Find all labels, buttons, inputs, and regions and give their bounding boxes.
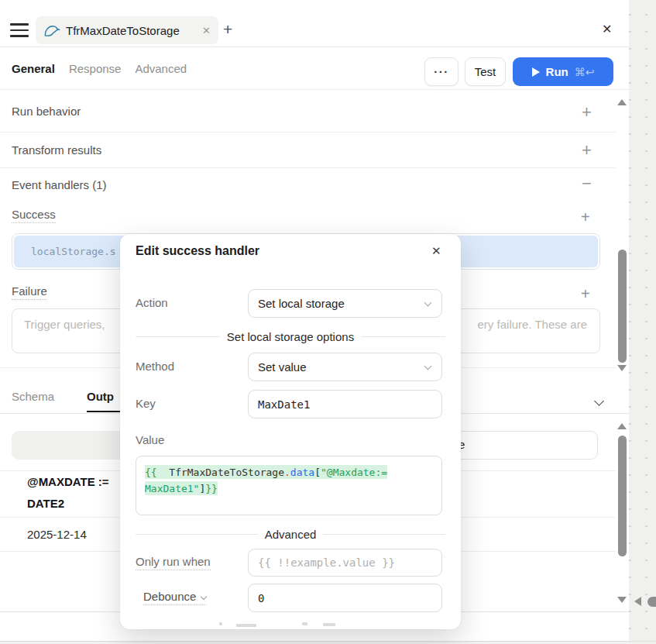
mysql-icon — [43, 23, 60, 38]
query-toolbar: General Response Advanced ··· Test Run ⌘… — [0, 47, 629, 90]
run-label: Run — [546, 65, 568, 78]
run-shortcut: ⌘↩ — [575, 66, 595, 78]
action-label: Action — [136, 296, 168, 309]
edit-success-handler-modal: Edit success handler ✕ Action Set local … — [120, 234, 461, 629]
scrollbar-up-arrow[interactable] — [617, 99, 627, 105]
clipped-text-fragment — [219, 622, 222, 625]
result-cell: 2025-12-14 — [27, 528, 87, 541]
collapse-icon[interactable]: − — [582, 175, 592, 192]
debounce-input[interactable]: 0 — [248, 584, 442, 612]
section-label: Event handlers (1) — [12, 178, 107, 191]
action-select[interactable]: Set local storage — [248, 289, 442, 318]
options-divider: Set local storage options — [136, 329, 445, 344]
code-line: {{ TfrMaxDateToStorage.data["@Maxdate:= — [145, 463, 433, 480]
modal-title: Edit success handler — [136, 244, 259, 258]
only-run-when-placeholder: {{ !!example.value }} — [258, 556, 395, 569]
scrollbar-thumb[interactable] — [618, 250, 627, 363]
advanced-divider-text: Advanced — [265, 528, 317, 541]
expand-icon[interactable]: + — [582, 104, 592, 121]
canvas-scrollbar-thumb[interactable] — [647, 597, 656, 607]
query-tab[interactable]: TfrMaxDateToStorage ✕ — [36, 16, 218, 44]
method-value: Set value — [258, 360, 307, 374]
tab-schema[interactable]: Schema — [12, 390, 54, 403]
only-run-when-label: Only run when — [136, 555, 211, 570]
result-column-header: DATE2 — [27, 497, 64, 510]
failure-label: Failure — [12, 284, 47, 300]
more-options-button[interactable]: ··· — [424, 57, 459, 86]
only-run-when-input[interactable]: {{ !!example.value }} — [248, 549, 442, 577]
result-column-header: @MAXDATE := — [27, 475, 109, 488]
debounce-value: 0 — [258, 592, 264, 604]
tab-close-icon[interactable]: ✕ — [202, 25, 211, 36]
chevron-down-icon — [424, 299, 432, 307]
top-bar: TfrMaxDateToStorage ✕ + ✕ — [0, 0, 629, 47]
test-button[interactable]: Test — [465, 57, 506, 86]
failure-placeholder-right: ery failure. These are — [478, 318, 587, 331]
chevron-down-icon — [201, 594, 207, 600]
run-button[interactable]: Run ⌘↩ — [513, 57, 613, 86]
scrollbar-down-arrow[interactable] — [617, 597, 627, 603]
section-transform-results: Transform results + — [0, 133, 616, 168]
key-input[interactable]: MaxDate1 — [248, 390, 442, 418]
debounce-label[interactable]: Debounce — [143, 590, 206, 605]
tab-general[interactable]: General — [12, 62, 55, 75]
value-label: Value — [136, 433, 164, 446]
collapse-panel-icon[interactable] — [596, 394, 603, 408]
scrollbar-up-arrow[interactable] — [617, 423, 627, 429]
scrollbar-down-arrow[interactable] — [617, 365, 627, 371]
add-failure-handler-icon[interactable]: + — [581, 286, 590, 301]
chevron-down-icon — [424, 363, 432, 370]
play-icon — [532, 67, 540, 77]
modal-close-icon[interactable]: ✕ — [431, 244, 441, 258]
failure-placeholder-left: Trigger queries, — [24, 318, 105, 331]
advanced-divider: Advanced — [136, 526, 445, 542]
expand-icon[interactable]: + — [582, 142, 592, 159]
menu-icon[interactable] — [9, 22, 29, 39]
tab-advanced[interactable]: Advanced — [135, 62, 187, 75]
value-code-editor[interactable]: {{ TfrMaxDateToStorage.data["@Maxdate:= … — [136, 456, 442, 515]
section-run-behavior: Run behavior + — [0, 90, 616, 133]
section-label: Transform results — [12, 143, 101, 157]
clipped-text-fragment — [302, 622, 307, 625]
canvas-scroll-left-arrow[interactable] — [634, 597, 641, 606]
tab-output[interactable]: Outp — [87, 390, 114, 403]
tab-response[interactable]: Response — [69, 62, 122, 75]
success-label: Success — [12, 208, 56, 223]
code-line: MaxDate1"]}} — [145, 480, 433, 496]
new-tab-icon[interactable]: + — [223, 20, 232, 39]
clipped-text-fragment — [236, 624, 256, 627]
action-value: Set local storage — [258, 297, 345, 310]
editor-canvas — [629, 0, 656, 644]
method-select[interactable]: Set value — [248, 353, 442, 381]
panel-close-icon[interactable]: ✕ — [602, 22, 612, 36]
handler-code-fragment: localStorage.s — [31, 246, 116, 257]
key-label: Key — [136, 397, 156, 410]
query-tab-title: TfrMaxDateToStorage — [66, 24, 197, 37]
section-event-handlers: Event handlers (1) − — [0, 168, 616, 201]
add-success-handler-icon[interactable]: + — [581, 209, 590, 225]
options-divider-text: Set local storage options — [227, 330, 354, 343]
scrollbar-thumb[interactable] — [618, 436, 627, 556]
toolbar-tabs: General Response Advanced — [12, 47, 187, 90]
section-label: Run behavior — [12, 105, 81, 118]
clipped-text-fragment — [323, 623, 335, 626]
method-label: Method — [136, 360, 174, 373]
key-value: MaxDate1 — [258, 398, 310, 411]
